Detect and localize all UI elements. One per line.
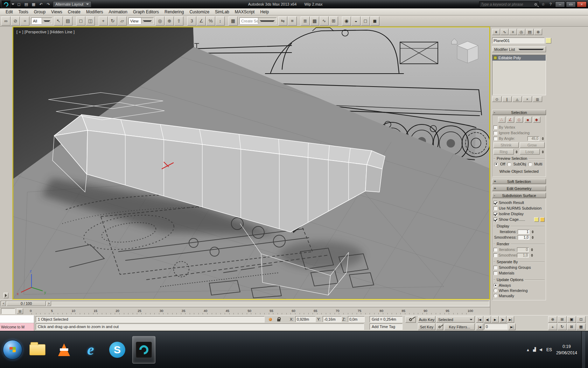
pin-stack-button[interactable]: ⊙ bbox=[492, 96, 502, 102]
play-button[interactable]: ▶ bbox=[491, 316, 499, 323]
material-editor-button[interactable]: ◉ bbox=[342, 16, 351, 26]
show-end-result-button[interactable]: ∥ bbox=[502, 96, 512, 102]
taskbar-vlc-button[interactable] bbox=[52, 336, 76, 363]
by-vertex-checkbox[interactable] bbox=[493, 125, 497, 129]
menu-item[interactable]: Customize bbox=[187, 9, 212, 15]
remove-modifier-button[interactable]: × bbox=[523, 96, 532, 102]
render-smoothness-checkbox[interactable] bbox=[493, 253, 497, 257]
taskbar-clock[interactable]: 0:19 29/06/2014 bbox=[556, 343, 577, 356]
restore-button[interactable]: ▭ bbox=[566, 1, 576, 7]
menu-item[interactable]: SimLab bbox=[212, 9, 232, 15]
application-menu-button[interactable] bbox=[1, 0, 10, 8]
element-mode-button[interactable]: ◆ bbox=[533, 117, 540, 123]
border-mode-button[interactable]: ◇ bbox=[516, 117, 523, 123]
menu-item[interactable]: Edit bbox=[3, 9, 16, 15]
cage-color-swatch[interactable] bbox=[534, 217, 539, 222]
time-slider-track[interactable]: < 0 / 100 > bbox=[1, 301, 489, 306]
object-name-field[interactable] bbox=[492, 38, 545, 43]
undo-button[interactable]: ↶ bbox=[37, 1, 44, 7]
select-and-manipulate-button[interactable]: ⊕ bbox=[165, 16, 174, 26]
maximize-viewport-button[interactable]: ⊠ bbox=[567, 323, 576, 330]
minimize-button[interactable]: – bbox=[555, 1, 565, 7]
hidden-icons-button[interactable]: ▲ bbox=[526, 348, 530, 352]
smooth-result-checkbox[interactable] bbox=[493, 201, 497, 205]
next-key-button[interactable]: ▶| bbox=[508, 323, 516, 330]
object-color-swatch[interactable] bbox=[546, 38, 551, 43]
previous-key-button[interactable]: |◀ bbox=[476, 323, 483, 330]
set-key-button[interactable]: Set Key bbox=[418, 323, 435, 330]
viewport-label[interactable]: [ + ] [Perspective ] [Hidden Line ] bbox=[16, 30, 75, 34]
by-angle-checkbox[interactable] bbox=[493, 137, 497, 141]
preview-subobj-radio[interactable] bbox=[507, 162, 511, 166]
rollout-subdivision-surface[interactable]: - Subdivision Surface bbox=[492, 193, 546, 198]
display-iterations-field[interactable] bbox=[518, 230, 530, 234]
field-of-view-button[interactable]: ▦ bbox=[576, 323, 586, 330]
graphite-toggle-button[interactable]: ▩ bbox=[310, 16, 319, 26]
modifier-list-dropdown[interactable]: Modifier List bbox=[492, 46, 546, 52]
menu-item[interactable]: Rendering bbox=[162, 9, 187, 15]
set-key-mode-button[interactable] bbox=[405, 316, 416, 323]
smoothing-groups-checkbox[interactable] bbox=[493, 266, 497, 270]
select-object-button[interactable]: ↖ bbox=[54, 16, 63, 26]
redo-button[interactable]: ↷ bbox=[45, 1, 52, 7]
grow-button[interactable]: Grow bbox=[520, 142, 545, 148]
show-desktop-button[interactable] bbox=[581, 331, 585, 368]
network-icon[interactable]: ▟ bbox=[533, 347, 536, 352]
materials-checkbox[interactable] bbox=[493, 271, 497, 275]
zoom-extents-button[interactable]: ▣ bbox=[567, 316, 576, 323]
favorites-button[interactable]: ☆ bbox=[540, 1, 547, 7]
preview-multi-radio[interactable] bbox=[528, 162, 532, 166]
current-frame-field[interactable] bbox=[484, 323, 507, 329]
configure-modifier-sets-button[interactable]: ▥ bbox=[533, 96, 542, 102]
auto-key-button[interactable]: Auto Key bbox=[418, 316, 435, 323]
rollout-selection[interactable]: - Selection bbox=[492, 110, 546, 115]
loop-spinner[interactable] bbox=[541, 149, 545, 155]
close-button[interactable]: × bbox=[577, 1, 587, 7]
zoom-all-button[interactable]: ⊞ bbox=[558, 316, 567, 323]
time-configuration-button[interactable]: ⊞ bbox=[17, 308, 23, 314]
reference-coordinate-dropdown[interactable]: View bbox=[128, 18, 154, 24]
unlink-selection-button[interactable]: ⊘ bbox=[11, 16, 20, 26]
tab-modify[interactable]: ∿ bbox=[500, 29, 509, 35]
named-selection-sets-dropdown[interactable]: Create Selection Se bbox=[239, 18, 276, 24]
cage-selected-color-swatch[interactable] bbox=[540, 217, 545, 222]
open-file-button[interactable]: ▤ bbox=[23, 1, 30, 7]
menu-item[interactable]: Help bbox=[257, 9, 272, 15]
tab-motion[interactable]: ◎ bbox=[517, 29, 525, 35]
x-coordinate-field[interactable] bbox=[295, 316, 316, 322]
ring-button[interactable]: Ring bbox=[493, 149, 514, 155]
use-nurms-checkbox[interactable] bbox=[493, 206, 497, 210]
render-smoothness-spinner[interactable] bbox=[530, 254, 534, 257]
key-filters-button[interactable]: Key Filters... bbox=[444, 323, 475, 330]
angle-spinner[interactable] bbox=[541, 137, 545, 140]
modifier-stack[interactable]: Editable Poly bbox=[492, 55, 546, 95]
update-always-radio[interactable] bbox=[493, 283, 497, 287]
display-smoothness-spinner[interactable] bbox=[531, 236, 534, 239]
select-and-rotate-button[interactable]: ↻ bbox=[108, 16, 117, 26]
spinner-snap-button[interactable]: ↕ bbox=[216, 16, 225, 26]
key-filters-toggle-button[interactable] bbox=[436, 323, 443, 330]
render-setup-button[interactable]: ◒ bbox=[351, 16, 360, 26]
render-production-button[interactable]: ◼ bbox=[370, 16, 379, 26]
tab-create[interactable]: ∗ bbox=[492, 29, 500, 35]
curve-editor-button[interactable]: ∿ bbox=[320, 16, 329, 26]
rollout-edit-geometry[interactable]: + Edit Geometry bbox=[492, 186, 546, 191]
taskbar-3ds-max-button[interactable] bbox=[132, 336, 155, 363]
isoline-display-checkbox[interactable] bbox=[493, 212, 497, 216]
tab-utilities[interactable]: ⊕ bbox=[534, 29, 542, 35]
menu-item[interactable]: MAXScript bbox=[232, 9, 258, 15]
perspective-viewport[interactable]: z x y [ + ] [Perspective ] [Hidden Line … bbox=[13, 27, 490, 300]
window-crossing-button[interactable]: ◫ bbox=[86, 16, 95, 26]
taskbar-explorer-button[interactable] bbox=[26, 336, 49, 363]
rectangular-selection-region-button[interactable]: ◻ bbox=[76, 16, 85, 26]
next-frame-button[interactable]: |▶ bbox=[499, 316, 506, 323]
select-and-link-button[interactable]: ∞ bbox=[1, 16, 10, 26]
next-frame-step-button[interactable]: > bbox=[47, 301, 51, 306]
render-iterations-checkbox[interactable] bbox=[493, 248, 497, 252]
render-smoothness-field[interactable] bbox=[517, 253, 529, 258]
display-iterations-spinner[interactable] bbox=[531, 230, 534, 233]
make-unique-button[interactable]: ◬ bbox=[512, 96, 522, 102]
z-coordinate-field[interactable] bbox=[348, 316, 365, 322]
loop-button[interactable]: Loop bbox=[520, 149, 540, 155]
menu-item[interactable]: Views bbox=[48, 9, 65, 15]
